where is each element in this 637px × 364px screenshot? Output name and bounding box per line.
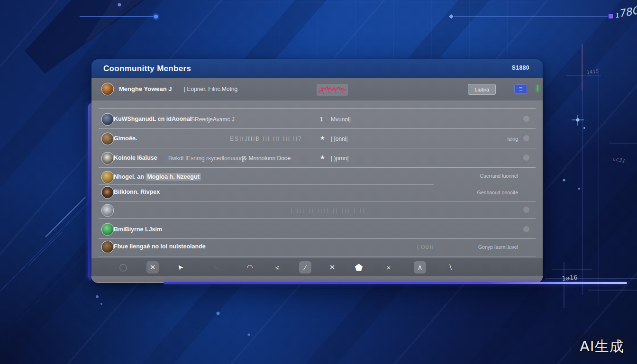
- cross-icon[interactable]: ✕: [326, 261, 338, 273]
- close-icon[interactable]: ✕: [146, 261, 159, 273]
- background-grid: [204, 0, 545, 62]
- slash-icon[interactable]: ∕: [299, 261, 311, 273]
- cursor-icon[interactable]: ➤: [172, 259, 189, 276]
- row-action-icon[interactable]: [523, 116, 529, 122]
- online-tick-icon: ❙: [535, 84, 540, 91]
- member-note: Cuerrand luonnel: [480, 173, 518, 179]
- backslash-icon[interactable]: ∖: [444, 261, 456, 273]
- member-role: SReedjeAvamc J: [191, 116, 235, 123]
- table-row[interactable]: Bilklonn. Rivpex Genhaoud onooite: [91, 185, 543, 202]
- member-detail: | OUH: [417, 244, 434, 250]
- member-note: Iuing: [507, 136, 518, 142]
- member-status: | )prnn|: [331, 155, 349, 162]
- header-member-name: Menghe Yowean J: [119, 85, 172, 92]
- panel-titlebar: Coonmunitty Menbers S1880: [91, 59, 543, 78]
- community-members-panel: Coonmunitty Menbers S1880 Menghe Yowean …: [91, 59, 543, 283]
- small-x-icon[interactable]: ×: [382, 261, 395, 273]
- panel-toolbar: ◯ ✕ ➤ ∿ ◠ ≤ ∕ ✕ ⬟ × ∧ ∖: [91, 258, 543, 276]
- row-action-icon[interactable]: [523, 135, 529, 141]
- member-name: Fbue Ilengaê no lol nulsteolande: [114, 243, 206, 250]
- sparkle-icon: [572, 115, 584, 126]
- avatar: [102, 172, 113, 183]
- header-action-button[interactable]: Liubra: [468, 84, 496, 95]
- member-name: KuWShganudL cn idAoonal: [114, 116, 191, 122]
- table-row[interactable]: KuWShganudL cn idAoonal SReedjeAvamc J 1…: [91, 112, 543, 129]
- mini-panel-button[interactable]: ☰: [514, 84, 527, 94]
- handwriting-mid-right: 1415: [586, 68, 599, 75]
- row-action-icon[interactable]: [523, 226, 529, 232]
- table-row[interactable]: Nhogel. an Mogloa h. Nzeegut Cuerrand lu…: [91, 170, 543, 185]
- avatar: [102, 153, 113, 164]
- row-action-icon[interactable]: [523, 155, 529, 161]
- handwriting-top-right: ₁78O~ₒ: [614, 2, 637, 20]
- arc-icon[interactable]: ◠: [244, 261, 256, 273]
- scribble-icon: [317, 84, 348, 96]
- member-counter: S1880: [512, 64, 529, 71]
- blob-icon[interactable]: ⬟: [353, 261, 365, 273]
- ai-generated-label: AI生成: [580, 337, 624, 356]
- member-status: Mvunol|: [331, 116, 351, 123]
- avatar: [102, 114, 113, 125]
- ai-generated-badge: AI生成: [571, 333, 633, 360]
- ghost-wave-icon[interactable]: ∿: [209, 261, 222, 273]
- chevron-icon[interactable]: ∧: [414, 261, 426, 273]
- member-note: Gonyp Iaemi.luvel: [478, 244, 518, 250]
- member-header-row[interactable]: Menghe Yowean J | Eopner. Filnc.Motng Li…: [91, 78, 543, 100]
- member-count: 1: [320, 116, 323, 123]
- avatar: [102, 205, 113, 216]
- ghost-circle-icon[interactable]: ◯: [117, 261, 129, 273]
- highlighted-text: Mogloa h. Nzeegut: [146, 173, 200, 181]
- avatar: [102, 83, 113, 95]
- member-name: Bilklonn. Rivpex: [114, 189, 160, 195]
- red-scribble-annotation: [317, 84, 348, 96]
- page-title: Coonmunitty Menbers: [103, 64, 191, 73]
- table-row[interactable]: BmiBiyrne LJsim: [91, 221, 543, 239]
- member-name: Nhogel. an Mogloa h. Nzeegut: [114, 173, 201, 180]
- member-detail: II B III III III II7: [248, 136, 302, 142]
- table-row[interactable]: Fbue Ilengaê no lol nulsteolande | OUH G…: [91, 239, 543, 256]
- member-name: Gimoêe.: [114, 135, 137, 142]
- avatar: [102, 224, 113, 235]
- member-list: KuWShganudL cn idAoonal SReedjeAvamc J 1…: [91, 100, 543, 258]
- avatar: [102, 187, 113, 198]
- handwriting-side-note: cc31: [612, 155, 625, 164]
- table-row[interactable]: Gimoêe. ESIIJIIII II B III III III II7 ★…: [91, 131, 543, 148]
- header-member-meta: | Eopner. Filnc.Motng: [184, 86, 237, 92]
- member-name: Koinole I6aïuse: [114, 155, 157, 161]
- avatar: [102, 133, 113, 145]
- handwriting-low-right: 1ǝ16: [562, 274, 578, 282]
- member-role: Bwkdt IEsnmg rsycedlonuuuc]: [168, 155, 245, 162]
- angle-icon[interactable]: ≤: [271, 261, 283, 273]
- table-row[interactable]: Koinole I6aïuse Bwkdt IEsnmg rsycedlonuu…: [91, 151, 543, 168]
- star-icon: ★: [320, 154, 325, 161]
- member-detail: |& Mrnnolonn Dooe: [242, 155, 291, 162]
- table-row[interactable]: I III II IIII II III I II: [91, 203, 543, 219]
- member-name: BmiBiyrne LJsim: [114, 226, 162, 233]
- avatar: [102, 241, 113, 253]
- row-action-icon[interactable]: [523, 207, 529, 213]
- star-icon: ★: [320, 135, 325, 141]
- member-status: | [onni|: [331, 136, 348, 142]
- panel-underline-accent: [164, 282, 627, 284]
- member-note: Genhaoud onooite: [477, 190, 518, 195]
- ghost-text: I III II IIII II III I II: [291, 208, 365, 214]
